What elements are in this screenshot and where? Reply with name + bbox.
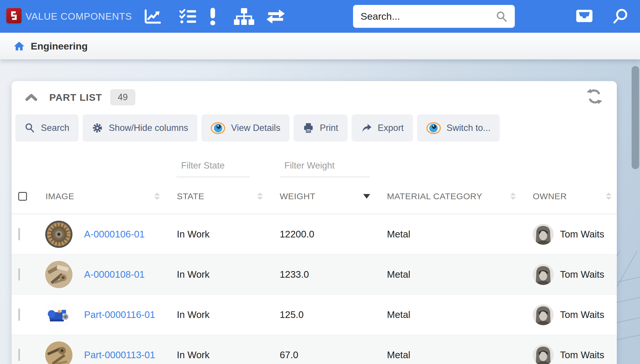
refresh-icon[interactable] [586,88,603,106]
owner-avatar [533,304,554,325]
column-header-image[interactable]: IMAGE [44,191,177,201]
column-header-state[interactable]: STATE [177,191,280,201]
tasks-checklist-icon[interactable] [179,8,197,25]
global-search-box [353,5,515,28]
part-link[interactable]: A-0000106-01 [84,229,145,240]
weight-cell: 1233.0 [280,269,387,280]
logo-glyph-icon [9,10,19,21]
table-row: A-0000106-01 In Work 12200.0 Metal Tom W… [12,214,617,254]
search-icon[interactable] [612,8,629,25]
table-row: Part-0000116-01 In Work 125.0 Metal Tom … [12,295,617,335]
filter-state-input[interactable] [177,156,250,177]
material-cell: Metal [387,269,533,280]
print-button[interactable]: Print [294,114,348,142]
table-row: A-0000108-01 In Work 1233.0 Metal Tom Wa… [12,254,617,295]
top-app-bar: VALUE COMPONENTS [0,0,640,33]
gear-icon [92,122,103,133]
owner-name: Tom Waits [560,309,604,320]
view-details-button[interactable]: View Details [201,114,290,142]
top-navigation [144,0,285,33]
printer-icon [303,122,314,134]
select-all-cell [12,192,44,201]
breadcrumb-label[interactable]: Engineering [31,41,88,52]
topbar-right-actions [575,0,629,33]
owner-avatar [533,264,554,285]
eye-icon [426,122,441,134]
brand-name: VALUE COMPONENTS [26,0,132,33]
state-cell: In Work [177,269,280,280]
exchange-arrows-icon[interactable] [266,9,285,24]
exclamation-icon[interactable] [210,8,216,25]
sitemap-icon[interactable] [233,8,255,25]
show-hide-columns-button[interactable]: Show/Hide columns [83,114,197,142]
panel-header: PART LIST 49 [12,81,617,114]
column-header-material-category[interactable]: MATERIAL CATEGORY [387,191,533,201]
search-icon [25,123,35,133]
app-logo[interactable] [6,8,21,23]
part-link[interactable]: A-0000108-01 [84,269,145,280]
part-thumbnail[interactable] [45,301,72,328]
table-toolbar: Search Show/Hide columns View Details [12,114,617,142]
vertical-scrollbar-thumb[interactable] [632,66,639,169]
inbox-tray-icon[interactable] [575,8,593,25]
part-link[interactable]: Part-0000116-01 [84,309,155,320]
part-link[interactable]: Part-0000113-01 [84,350,155,361]
material-cell: Metal [387,350,533,361]
weight-cell: 125.0 [280,309,387,320]
table-header-row: IMAGE STATE WEIGHT MATERIAL CATEGORY OWN… [12,179,617,214]
owner-avatar [533,345,554,364]
collapse-chevron-up-icon[interactable] [25,93,38,102]
search-icon[interactable] [496,11,507,22]
material-cell: Metal [387,229,533,240]
search-button[interactable]: Search [15,114,79,142]
sort-icon[interactable] [606,193,612,200]
home-icon[interactable] [13,41,25,51]
owner-avatar [533,224,554,245]
state-cell: In Work [177,229,280,240]
select-all-checkbox[interactable] [18,192,27,201]
global-search-input[interactable] [361,11,496,22]
material-cell: Metal [387,309,533,320]
row-checkbox[interactable] [18,228,20,240]
state-cell: In Work [177,350,280,361]
breadcrumb-bar: Engineering [0,33,640,59]
sort-desc-icon[interactable] [363,194,370,199]
owner-name: Tom Waits [560,269,604,280]
row-checkbox[interactable] [18,268,20,281]
part-list-panel: PART LIST 49 Search [12,81,617,364]
eye-icon [211,122,225,134]
chart-line-icon[interactable] [144,9,161,24]
weight-cell: 12200.0 [280,229,387,240]
owner-name: Tom Waits [560,229,604,240]
breadcrumb[interactable]: Engineering [13,41,88,52]
part-thumbnail[interactable] [45,341,72,364]
table-row: Part-0000113-01 In Work 67.0 Metal Tom W… [12,335,617,364]
weight-cell: 67.0 [280,350,387,361]
row-count-badge: 49 [110,89,135,105]
row-checkbox[interactable] [18,349,20,361]
switch-to-button[interactable]: Switch to... [417,114,500,142]
column-header-weight[interactable]: WEIGHT [280,191,387,201]
panel-title: PART LIST [49,92,102,103]
owner-name: Tom Waits [560,350,604,361]
filter-weight-input[interactable] [280,156,370,177]
sort-icon[interactable] [510,193,516,200]
part-thumbnail[interactable] [45,261,72,288]
export-button[interactable]: Export [352,114,413,142]
row-checkbox[interactable] [18,308,20,321]
part-thumbnail[interactable] [45,221,72,248]
state-cell: In Work [177,309,280,320]
column-filter-row [12,142,617,179]
column-header-owner[interactable]: OWNER [533,191,617,201]
sort-icon[interactable] [257,193,263,200]
sort-icon[interactable] [154,193,160,200]
export-arrow-icon [361,122,372,133]
